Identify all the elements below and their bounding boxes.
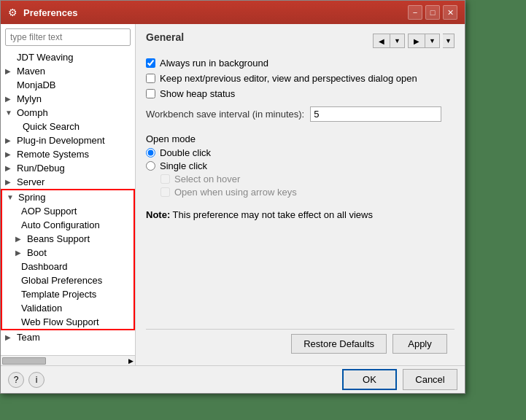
- open-arrow-row: Open when using arrow keys: [160, 187, 455, 198]
- preferences-dialog: ⚙ Preferences − □ ✕ JDT Weaving ▶ Maven: [0, 0, 465, 394]
- tree-item-label: Spring: [18, 192, 46, 203]
- restore-defaults-button[interactable]: Restore Defaults: [291, 334, 387, 354]
- expand-arrow: ▶: [5, 67, 14, 75]
- tree-item-plugin-dev[interactable]: ▶ Plug-in Development: [1, 133, 135, 147]
- nav-forward-button[interactable]: ▶: [408, 34, 425, 48]
- show-heap-checkbox[interactable]: [146, 89, 155, 98]
- tree-item-team[interactable]: ▶ Team: [1, 330, 135, 344]
- tree-item-beans-support[interactable]: ▶ Beans Support: [2, 232, 134, 246]
- horizontal-scrollbar[interactable]: ▶: [1, 355, 135, 365]
- expand-arrow: ▶: [5, 164, 14, 172]
- expand-arrow: ▶: [5, 136, 14, 144]
- keep-next-prev-checkbox[interactable]: [146, 74, 155, 83]
- always-run-bg-row: Always run in background: [146, 58, 455, 69]
- spring-children: AOP Support Auto Configuration ▶ Beans S…: [2, 204, 134, 329]
- tree-item-label: Plug-in Development: [17, 135, 105, 146]
- expand-arrow: ▶: [5, 178, 14, 186]
- expand-arrow: ▼: [5, 109, 14, 117]
- filter-input[interactable]: [5, 28, 131, 46]
- tree-item-label: Boot: [27, 247, 47, 258]
- workbench-save-row: Workbench save interval (in minutes):: [146, 106, 455, 122]
- nav-back-button[interactable]: ◀: [373, 34, 390, 48]
- tree-item-label: MonjaDB: [17, 79, 55, 90]
- nav-menu-dropdown[interactable]: ▼: [443, 34, 455, 48]
- tree-item-global-prefs[interactable]: Global Preferences: [2, 273, 134, 287]
- open-mode-group: Open mode Double click Single click Sele…: [146, 133, 455, 198]
- keep-next-prev-row: Keep next/previous editor, view and pers…: [146, 73, 455, 84]
- tree-item-boot[interactable]: ▶ Boot: [2, 246, 134, 260]
- scroll-right-btn[interactable]: ▶: [128, 357, 134, 365]
- tree-item-jdt-weaving[interactable]: JDT Weaving: [1, 50, 135, 64]
- tree-item-remote-systems[interactable]: ▶ Remote Systems: [1, 147, 135, 161]
- tree-item-run-debug[interactable]: ▶ Run/Debug: [1, 161, 135, 175]
- dialog-icon: ⚙: [8, 7, 18, 18]
- note-prefix: Note:: [146, 209, 170, 220]
- note-row: Note: This preference may not take effec…: [146, 209, 455, 220]
- window-controls: − □ ✕: [408, 5, 457, 20]
- tree-item-label: Mylyn: [17, 93, 42, 104]
- show-heap-label: Show heap status: [160, 88, 235, 99]
- info-icon[interactable]: i: [28, 372, 45, 388]
- tree-item-label: Remote Systems: [17, 149, 89, 160]
- tree-item-server[interactable]: ▶ Server: [1, 175, 135, 189]
- expand-arrow: ▶: [15, 235, 24, 243]
- title-bar: ⚙ Preferences − □ ✕: [1, 1, 465, 24]
- minimize-button[interactable]: −: [408, 5, 422, 20]
- workbench-save-label: Workbench save interval (in minutes):: [146, 109, 304, 120]
- always-run-bg-label: Always run in background: [160, 58, 268, 69]
- scrollbar-thumb[interactable]: [2, 357, 46, 365]
- tree-item-quick-search[interactable]: Quick Search: [1, 120, 135, 133]
- tree-item-label: Run/Debug: [17, 163, 65, 174]
- tree-item-template-projects[interactable]: Template Projects: [2, 287, 134, 301]
- always-run-bg-checkbox[interactable]: [146, 58, 155, 68]
- footer-icons: ? i: [8, 372, 45, 388]
- spacer: [146, 220, 455, 329]
- tree-container: JDT Weaving ▶ Maven MonjaDB ▶ Mylyn: [1, 50, 135, 355]
- maximize-button[interactable]: □: [425, 5, 440, 20]
- tree-item-label: Web Flow Support: [21, 316, 99, 327]
- tree-item-label: Dashboard: [21, 261, 68, 272]
- tree-item-label: Quick Search: [23, 121, 80, 132]
- select-hover-checkbox[interactable]: [160, 174, 170, 184]
- double-click-label: Double click: [160, 147, 211, 158]
- tree-item-dashboard[interactable]: Dashboard: [2, 260, 134, 273]
- tree-item-aop-support[interactable]: AOP Support: [2, 204, 134, 218]
- tree-item-oomph[interactable]: ▼ Oomph: [1, 106, 135, 120]
- open-arrow-label: Open when using arrow keys: [174, 187, 297, 198]
- apply-button[interactable]: Apply: [392, 334, 447, 354]
- right-panel: General ◀ ▼ ▶ ▼ ▼ Always run in backgrou…: [136, 24, 465, 365]
- tree-item-label: Server: [17, 176, 45, 187]
- tree-item-mongodb[interactable]: MonjaDB: [1, 78, 135, 92]
- select-hover-label: Select on hover: [174, 174, 240, 184]
- expand-arrow: ▶: [5, 95, 14, 103]
- help-icon[interactable]: ?: [8, 372, 24, 388]
- tree-item-validation[interactable]: Validation: [2, 301, 134, 315]
- select-hover-row: Select on hover: [160, 174, 455, 184]
- open-arrow-checkbox[interactable]: [160, 187, 170, 197]
- tree-item-auto-config[interactable]: Auto Configuration: [2, 218, 134, 232]
- ok-cancel-buttons: OK Cancel: [342, 369, 457, 390]
- expand-arrow: ▼: [7, 193, 15, 201]
- show-heap-row: Show heap status: [146, 88, 455, 99]
- nav-back-dropdown[interactable]: ▼: [390, 34, 405, 48]
- nav-forward-dropdown[interactable]: ▼: [425, 34, 440, 48]
- tree-item-mylyn[interactable]: ▶ Mylyn: [1, 92, 135, 106]
- tree-item-maven[interactable]: ▶ Maven: [1, 64, 135, 78]
- tree-item-spring[interactable]: ▼ Spring: [2, 190, 134, 204]
- single-click-label: Single click: [160, 160, 207, 171]
- cancel-button[interactable]: Cancel: [403, 369, 457, 390]
- tree-item-label: JDT Weaving: [17, 52, 74, 63]
- tree-item-label: Template Projects: [21, 289, 96, 300]
- tree-item-label: Team: [17, 332, 40, 343]
- single-click-radio[interactable]: [146, 161, 155, 171]
- expand-arrow: ▶: [15, 249, 24, 257]
- workbench-save-input[interactable]: [310, 106, 441, 122]
- close-button[interactable]: ✕: [443, 5, 457, 20]
- left-panel: JDT Weaving ▶ Maven MonjaDB ▶ Mylyn: [1, 24, 136, 365]
- ok-button[interactable]: OK: [342, 369, 397, 390]
- section-title: General: [146, 31, 184, 43]
- double-click-radio[interactable]: [146, 148, 155, 158]
- expand-arrow: ▶: [5, 333, 14, 341]
- open-mode-title: Open mode: [146, 133, 455, 144]
- tree-item-web-flow[interactable]: Web Flow Support: [2, 315, 134, 329]
